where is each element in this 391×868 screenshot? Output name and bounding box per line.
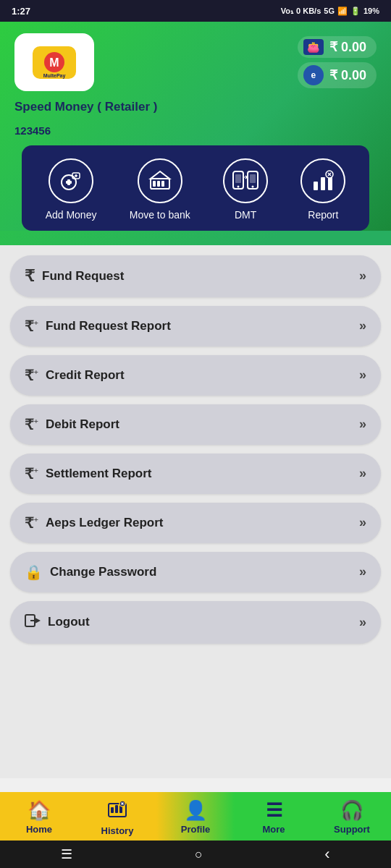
fund-request-report-left: ₹+ Fund Request Report — [25, 318, 171, 335]
fund-request-left: ₹ Fund Request — [25, 267, 124, 286]
system-back-button[interactable]: ‹ — [324, 845, 329, 864]
debit-report-item[interactable]: ₹+ Debit Report » — [10, 404, 381, 445]
credit-report-left: ₹+ Credit Report — [25, 367, 125, 384]
settlement-report-icon: ₹+ — [25, 465, 38, 482]
svg-point-18 — [237, 185, 240, 187]
aeps-ledger-report-chevron: » — [359, 515, 366, 530]
svg-text:M: M — [49, 56, 59, 69]
battery-level: 19% — [363, 7, 379, 15]
merchant-id: 123456 — [14, 123, 377, 138]
merchant-name: Speed Money ( Retailer ) — [14, 98, 377, 116]
logo-box: M MultePay — [14, 33, 94, 91]
logout-chevron: » — [359, 615, 366, 630]
aeps-ledger-report-icon: ₹+ — [25, 514, 38, 532]
support-label: Support — [334, 824, 370, 835]
dmt-button[interactable]: DMT — [223, 158, 268, 221]
wallet-icon: 👛 — [303, 39, 324, 55]
history-icon — [107, 798, 127, 823]
header: M MultePay 👛 ₹ 0.00 e ₹ 0.00 — [0, 22, 391, 231]
bottom-nav-profile[interactable]: 👤 Profile — [167, 799, 224, 835]
home-icon: 🏠 — [28, 799, 51, 822]
bottom-nav-home[interactable]: 🏠 Home — [10, 799, 68, 835]
change-password-chevron: » — [359, 564, 366, 579]
svg-rect-12 — [157, 181, 160, 187]
settlement-report-item[interactable]: ₹+ Settlement Report » — [10, 454, 381, 494]
fund-request-report-chevron: » — [359, 318, 366, 333]
credit-report-label: Credit Report — [46, 368, 125, 383]
svg-point-21 — [252, 185, 254, 187]
move-to-bank-label: Move to bank — [130, 209, 190, 221]
dmt-icon — [223, 158, 268, 203]
signal-icon: 📶 — [337, 7, 348, 16]
header-section: M MultePay 👛 ₹ 0.00 e ₹ 0.00 — [0, 22, 391, 245]
system-menu-button[interactable]: ☰ — [61, 846, 72, 862]
add-money-label: Add Money — [46, 209, 97, 221]
svg-rect-6 — [66, 181, 72, 184]
battery-icon: 🔋 — [350, 7, 361, 16]
fund-request-report-label: Fund Request Report — [46, 319, 171, 333]
profile-label: Profile — [181, 824, 210, 835]
system-nav: ☰ ○ ‹ — [0, 841, 391, 868]
report-icon — [300, 158, 345, 203]
bottom-nav-support[interactable]: 🎧 Support — [323, 799, 381, 835]
5g-icon: 5G — [324, 7, 335, 15]
logout-left: Logout — [25, 613, 90, 632]
bottom-nav-history[interactable]: History — [88, 798, 146, 836]
change-password-item[interactable]: 🔒 Change Password » — [10, 552, 381, 592]
credit-report-item[interactable]: ₹+ Credit Report » — [10, 355, 381, 396]
debit-report-chevron: » — [359, 417, 366, 432]
move-to-bank-button[interactable]: Move to bank — [130, 158, 190, 221]
debit-report-label: Debit Report — [46, 417, 119, 432]
svg-rect-11 — [153, 181, 156, 187]
status-bar: 1:27 Vo₁ 0 KB/s 5G 📶 🔋 19% — [0, 0, 391, 22]
fund-request-chevron: » — [359, 268, 366, 284]
balance-section: 👛 ₹ 0.00 e ₹ 0.00 — [298, 33, 377, 88]
add-money-button[interactable]: Add Money — [46, 158, 97, 221]
aeps-icon: e — [303, 65, 324, 85]
status-time: 1:27 — [12, 6, 30, 17]
svg-rect-23 — [321, 177, 325, 190]
wallet-balance: ₹ 0.00 — [329, 39, 366, 55]
profile-icon: 👤 — [184, 799, 207, 822]
home-label: Home — [26, 824, 52, 835]
aeps-balance: ₹ 0.00 — [329, 67, 366, 83]
report-label: Report — [308, 209, 338, 221]
bottom-nav: 🏠 Home History 👤 Profile ☰ More 🎧 Suppor… — [0, 792, 391, 841]
report-button[interactable]: Report — [300, 158, 345, 221]
debit-report-left: ₹+ Debit Report — [25, 416, 119, 433]
svg-marker-14 — [151, 171, 169, 179]
fund-request-report-item[interactable]: ₹+ Fund Request Report » — [10, 306, 381, 346]
svg-rect-22 — [314, 182, 318, 190]
settlement-report-chevron: » — [359, 466, 366, 481]
debit-report-icon: ₹+ — [25, 416, 38, 433]
support-icon: 🎧 — [340, 799, 363, 822]
logo: M MultePay — [25, 41, 83, 84]
svg-text:MultePay: MultePay — [43, 73, 66, 79]
bottom-nav-more[interactable]: ☰ More — [245, 799, 303, 835]
settlement-report-label: Settlement Report — [46, 467, 151, 481]
aeps-ledger-report-left: ₹+ Aeps Ledger Report — [25, 514, 164, 532]
system-home-button[interactable]: ○ — [195, 847, 203, 862]
aeps-ledger-report-item[interactable]: ₹+ Aeps Ledger Report » — [10, 503, 381, 543]
aeps-balance-row: e ₹ 0.00 — [298, 62, 377, 88]
more-icon: ☰ — [266, 799, 282, 822]
svg-rect-13 — [161, 181, 164, 187]
logout-icon — [25, 613, 41, 632]
svg-rect-17 — [235, 174, 241, 183]
logout-label: Logout — [48, 615, 90, 629]
lock-icon: 🔒 — [25, 563, 43, 581]
logo-svg: M MultePay — [29, 43, 80, 82]
credit-report-chevron: » — [359, 367, 366, 383]
move-to-bank-icon — [138, 158, 182, 203]
add-money-icon — [49, 158, 93, 203]
fund-request-icon: ₹ — [25, 267, 35, 286]
change-password-label: Change Password — [50, 565, 156, 579]
network-icon: Vo₁ — [281, 7, 293, 16]
aeps-ledger-report-label: Aeps Ledger Report — [46, 516, 163, 530]
logout-item[interactable]: Logout » — [10, 601, 381, 644]
wallet-balance-row: 👛 ₹ 0.00 — [298, 36, 377, 58]
fund-request-item[interactable]: ₹ Fund Request » — [10, 255, 381, 297]
settlement-report-left: ₹+ Settlement Report — [25, 465, 151, 482]
status-icons: Vo₁ 0 KB/s 5G 📶 🔋 19% — [281, 7, 379, 16]
history-label: History — [101, 825, 134, 836]
